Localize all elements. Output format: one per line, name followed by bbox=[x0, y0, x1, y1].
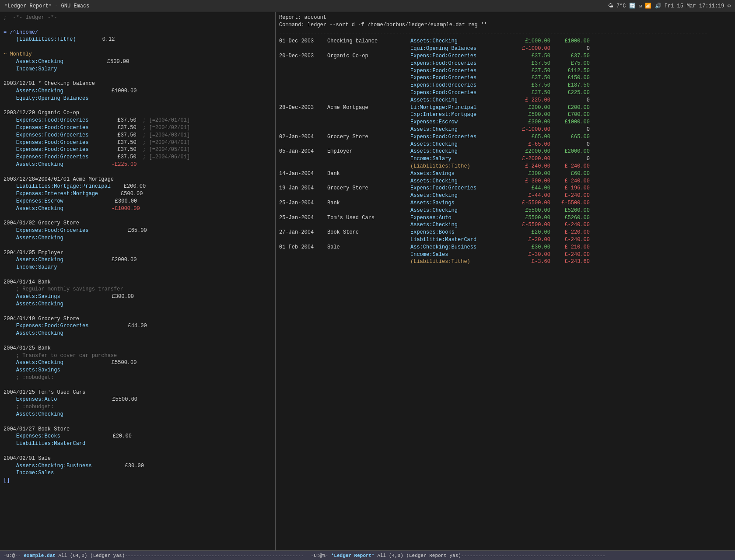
col-date bbox=[279, 178, 327, 185]
col-date bbox=[279, 258, 327, 266]
report-row: Assets:Checking£-65.000 bbox=[279, 141, 732, 148]
col-account: Assets:Checking bbox=[410, 207, 511, 214]
col-account: Expens:Food:Groceries bbox=[410, 60, 511, 67]
col-amount2: £65.00 bbox=[550, 133, 590, 141]
col-amount2: 0 bbox=[550, 155, 590, 163]
col-amount2: £150.00 bbox=[550, 74, 590, 82]
col-account: Assets:Savings bbox=[410, 170, 511, 178]
source-editor[interactable]: ; -*- ledger -*- = /^Income/ (Liabilitie… bbox=[0, 12, 275, 550]
report-row: Assets:Checking£-225.000 bbox=[279, 97, 732, 104]
report-row: Assets:Checking£-5500.00£-240.00 bbox=[279, 221, 732, 229]
col-amount2: £112.50 bbox=[550, 67, 590, 75]
col-amount2: £5260.00 bbox=[550, 207, 590, 214]
col-desc bbox=[327, 221, 410, 229]
col-desc: Bank bbox=[327, 170, 410, 178]
col-date bbox=[279, 221, 327, 229]
col-date bbox=[279, 163, 327, 170]
col-desc bbox=[327, 178, 410, 185]
col-desc: Checking balance bbox=[327, 38, 410, 45]
col-account: Exp:Interest:Mortgage bbox=[410, 111, 511, 119]
left-pane[interactable]: ; -*- ledger -*- = /^Income/ (Liabilitie… bbox=[0, 12, 276, 550]
report-row: 19-Jan-2004Grocery StoreExpens:Food:Groc… bbox=[279, 185, 732, 192]
col-desc bbox=[327, 119, 410, 126]
col-amount2: £1000.00 bbox=[550, 119, 590, 126]
col-amount2: £-210.00 bbox=[550, 244, 590, 251]
col-date bbox=[279, 60, 327, 67]
col-desc bbox=[327, 111, 410, 119]
col-amount1: £37.50 bbox=[511, 89, 550, 97]
header-comment: ; -*- ledger -*- bbox=[4, 14, 272, 21]
col-desc: Sale bbox=[327, 244, 410, 251]
col-amount1: £-5500.00 bbox=[511, 221, 550, 229]
col-account: Expenses:Auto bbox=[410, 214, 511, 222]
col-amount2: £-240.00 bbox=[550, 221, 590, 229]
report-row: 01-Feb-2004SaleAss:Checking:Business£30.… bbox=[279, 244, 732, 251]
report-row: (Liabilities:Tithe)£-3.60£-243.60 bbox=[279, 258, 732, 266]
col-date bbox=[279, 89, 327, 97]
col-date bbox=[279, 126, 327, 133]
col-desc: Grocery Store bbox=[327, 133, 410, 141]
report-row: Expens:Food:Groceries£37.50£225.00 bbox=[279, 89, 732, 97]
col-amount2: £75.00 bbox=[550, 60, 590, 67]
col-amount1: £300.00 bbox=[511, 170, 550, 178]
col-amount2: £2000.00 bbox=[550, 148, 590, 155]
col-amount2: £-243.60 bbox=[550, 258, 590, 266]
col-amount2: £700.00 bbox=[550, 111, 590, 119]
report-row: 28-Dec-2003Acme MortgageLi:Mortgage:Prin… bbox=[279, 104, 732, 112]
col-amount1: £-5500.00 bbox=[511, 200, 550, 207]
col-amount2: £5260.00 bbox=[550, 214, 590, 222]
report-row: Expenses:Escrow£300.00£1000.00 bbox=[279, 119, 732, 126]
col-account: Expenses:Books bbox=[410, 229, 511, 236]
col-desc: Grocery Store bbox=[327, 185, 410, 192]
col-amount1: £200.00 bbox=[511, 104, 550, 112]
report-table: 01-Dec-2003Checking balanceAssets:Checki… bbox=[276, 38, 735, 266]
col-account: Assets:Checking bbox=[410, 148, 511, 155]
col-amount1: £5500.00 bbox=[511, 214, 550, 222]
col-desc: Book Store bbox=[327, 229, 410, 236]
col-amount1: £-3.60 bbox=[511, 258, 550, 266]
col-date: 19-Jan-2004 bbox=[279, 185, 327, 192]
report-row: Expens:Food:Groceries£37.50£187.50 bbox=[279, 82, 732, 89]
col-amount1: £65.00 bbox=[511, 133, 550, 141]
col-account: Income:Salary bbox=[410, 155, 511, 163]
col-date: 25-Jan-2004 bbox=[279, 214, 327, 222]
col-amount1: £37.50 bbox=[511, 82, 550, 89]
col-amount1: £300.00 bbox=[511, 119, 550, 126]
col-amount2: £-240.00 bbox=[550, 251, 590, 259]
col-date: 20-Dec-2003 bbox=[279, 52, 327, 60]
report-row: 01-Dec-2003Checking balanceAssets:Checki… bbox=[279, 38, 732, 45]
col-amount2: £187.50 bbox=[550, 82, 590, 89]
col-account: Assets:Checking bbox=[410, 97, 511, 104]
col-amount1: £500.00 bbox=[511, 111, 550, 119]
col-amount1: £20.00 bbox=[511, 229, 550, 236]
report-row: 25-Jan-2004Tom's Used CarsExpenses:Auto£… bbox=[279, 214, 732, 222]
col-account: Li:Mortgage:Principal bbox=[410, 104, 511, 112]
col-desc bbox=[327, 74, 410, 82]
col-desc: Employer bbox=[327, 148, 410, 155]
col-date bbox=[279, 119, 327, 126]
col-date bbox=[279, 45, 327, 52]
col-amount2: 0 bbox=[550, 141, 590, 148]
report-row: Assets:Checking£5500.00£5260.00 bbox=[279, 207, 732, 214]
col-account: Expenses:Escrow bbox=[410, 119, 511, 126]
col-date bbox=[279, 111, 327, 119]
report-row: Equi:Opening Balances£-1000.000 bbox=[279, 45, 732, 52]
col-amount2: £-240.00 bbox=[550, 192, 590, 200]
col-date: 27-Jan-2004 bbox=[279, 229, 327, 236]
report-row: 25-Jan-2004BankAssets:Savings£-5500.00£-… bbox=[279, 200, 732, 207]
status-right-text: -U:@%- *Ledger Report* All (4,0) (Ledger… bbox=[311, 553, 606, 558]
col-date bbox=[279, 192, 327, 200]
col-account: Expens:Food:Groceries bbox=[410, 52, 511, 60]
col-date bbox=[279, 82, 327, 89]
col-date: 28-Dec-2003 bbox=[279, 104, 327, 112]
col-desc bbox=[327, 141, 410, 148]
report-row: Assets:Checking£-300.00£-240.00 bbox=[279, 178, 732, 185]
col-date: 05-Jan-2004 bbox=[279, 148, 327, 155]
report-row: Assets:Checking£-44.00£-240.00 bbox=[279, 192, 732, 200]
col-account: Expens:Food:Groceries bbox=[410, 74, 511, 82]
col-amount2: 0 bbox=[550, 126, 590, 133]
right-pane: Report: account Command: ledger --sort d… bbox=[276, 12, 735, 550]
report-separator: ----------------------------------------… bbox=[276, 31, 735, 38]
col-account: (Liabilities:Tithe) bbox=[410, 163, 511, 170]
col-amount2: £1000.00 bbox=[550, 38, 590, 45]
